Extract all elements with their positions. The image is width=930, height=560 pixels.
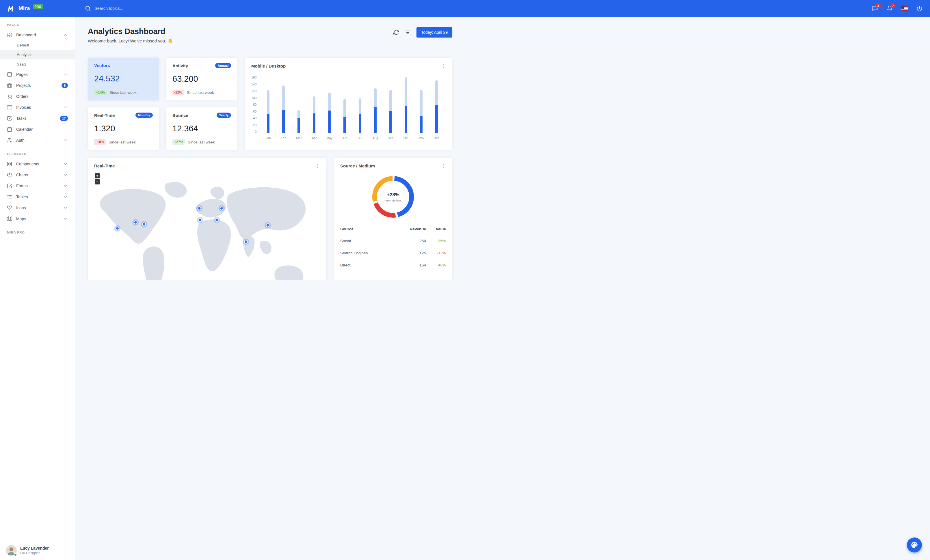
heart-icon [7, 205, 12, 210]
search-input[interactable] [94, 6, 169, 11]
x-tick-label: May [326, 136, 333, 140]
sidebar-item-components[interactable]: Components [0, 158, 75, 169]
bar-segment-mobile [374, 107, 377, 133]
mira-logo-icon [7, 4, 16, 12]
table-header-source: Source [340, 223, 394, 235]
x-tick-label: Jan [266, 136, 271, 140]
sidebar-item-projects[interactable]: Projects8 [0, 80, 75, 91]
sidebar-item-default[interactable]: Default [0, 40, 75, 50]
map-title: Real-Time [94, 163, 115, 168]
x-tick-label: Nov [419, 136, 424, 140]
sidebar-item-maps[interactable]: Maps [0, 213, 75, 224]
sidebar-item-tables[interactable]: Tables [0, 192, 75, 203]
credit-card-icon [7, 105, 12, 110]
donut-center-label: new visitors [385, 199, 402, 202]
bar-segment-desktop [435, 80, 438, 105]
stat-period-badge[interactable]: Yearly [217, 113, 231, 118]
bar-segment-desktop [282, 86, 285, 110]
chart-menu-button[interactable] [441, 63, 446, 69]
source-menu-button[interactable] [441, 163, 446, 169]
sidebar-item-pages[interactable]: Pages [0, 69, 75, 80]
layout-icon [7, 72, 12, 77]
map-menu-button[interactable] [315, 163, 320, 169]
briefcase-icon [7, 83, 12, 88]
cell-revenue: 164 [394, 259, 426, 272]
sidebar-item-forms[interactable]: Forms [0, 180, 75, 192]
cell-revenue: 125 [394, 247, 426, 259]
sidebar-item-dashboard[interactable]: Dashboard [0, 29, 75, 40]
map-marker-7[interactable] [244, 240, 248, 243]
page-title: Analytics Dashboard [88, 27, 173, 36]
bar-segment-mobile [405, 106, 407, 133]
map-marker-5[interactable] [215, 218, 219, 221]
bar-yaxis: 160140120100806040200 [251, 76, 260, 133]
y-tick-label: 20 [251, 123, 257, 127]
bar-jul: Jul [353, 76, 368, 140]
map-marker-2[interactable] [142, 223, 146, 226]
chevron-down-icon [63, 195, 68, 199]
sidebar-item-auth[interactable]: Auth [0, 135, 75, 146]
sidebar-item-saas[interactable]: SaaS [0, 60, 75, 69]
map-marker-3[interactable] [198, 207, 201, 210]
bar-segment-desktop [297, 110, 300, 118]
stat-caption: Since last week [188, 140, 215, 144]
source-table: SourceRevenueValue Social260+35%Search E… [340, 223, 446, 272]
stat-caption: Since last week [109, 140, 136, 144]
stat-caption: Since last week [187, 91, 214, 95]
date-range-button[interactable]: Today: April 29 [416, 27, 452, 38]
bar-segment-desktop [405, 77, 407, 106]
map-marker-4[interactable] [198, 218, 201, 221]
map-marker-1[interactable] [134, 221, 137, 224]
chevron-down-icon [63, 206, 68, 210]
x-tick-label: Mar [296, 136, 302, 140]
bar-segment-desktop [343, 99, 346, 117]
stat-period-badge[interactable]: Monthly [135, 113, 153, 118]
map-continents [100, 182, 306, 280]
map-marker-6[interactable] [220, 207, 223, 210]
bar-segment-mobile [359, 114, 361, 133]
bar-segment-desktop [359, 98, 361, 114]
sidebar-item-orders[interactable]: Orders [0, 91, 75, 102]
x-tick-label: Oct [403, 136, 408, 140]
calendar-icon [7, 127, 12, 132]
kebab-menu-icon [441, 163, 446, 169]
top-navbar: Mira PRO 3 7 [0, 0, 465, 17]
sidebar-item-invoices[interactable]: Invoices [0, 102, 75, 113]
refresh-button[interactable] [393, 29, 399, 35]
header-actions: Today: April 29 [393, 27, 452, 38]
sidebar-item-charts[interactable]: Charts [0, 169, 75, 180]
bar-segment-desktop [328, 93, 331, 111]
sidebar-item-calendar[interactable]: Calendar [0, 124, 75, 135]
filter-button[interactable] [405, 29, 411, 35]
page-subtitle: Welcome back, Lucy! We've missed you. 👋 [88, 38, 173, 44]
stat-delta-badge: +27% [172, 139, 185, 145]
world-map-svg [94, 172, 320, 280]
table-row-search-engines: Search Engines125-12% [340, 247, 446, 259]
check-square-icon [7, 116, 12, 121]
search-icon [85, 6, 91, 12]
sidebar-item-tasks[interactable]: Tasks17 [0, 113, 75, 124]
main-content: Analytics Dashboard Welcome back, Lucy! … [75, 0, 465, 280]
chart-title: Mobile / Desktop [251, 63, 286, 68]
map-zoom-in-button[interactable]: + [95, 173, 100, 178]
source-medium-title: Source / Medium [340, 163, 375, 168]
brand[interactable]: Mira PRO [8, 4, 76, 12]
sidebar-item-analytics[interactable]: Analytics [0, 50, 75, 60]
stat-value: 1.320 [94, 124, 153, 133]
x-tick-label: Sep [388, 136, 394, 140]
map-marker-0[interactable] [116, 227, 119, 230]
chevron-down-icon [63, 173, 68, 177]
x-tick-label: Apr [312, 136, 317, 140]
cell-value: +46% [426, 259, 446, 272]
map-zoom-out-button[interactable]: − [95, 179, 100, 184]
bar-nov: Nov [414, 76, 429, 140]
stat-period-badge[interactable]: Annual [215, 63, 231, 68]
chevron-up-icon [63, 32, 68, 37]
stat-card-real-time: Real-TimeMonthly1.320-18%Since last week [88, 107, 159, 150]
stat-delta-badge: -18% [94, 139, 106, 145]
map-marker-8[interactable] [266, 224, 269, 227]
source-table-head: SourceRevenueValue [340, 223, 446, 235]
sidebar-item-icons[interactable]: Icons [0, 203, 75, 213]
brand-name: Mira [18, 5, 30, 12]
y-tick-label: 120 [251, 89, 257, 93]
